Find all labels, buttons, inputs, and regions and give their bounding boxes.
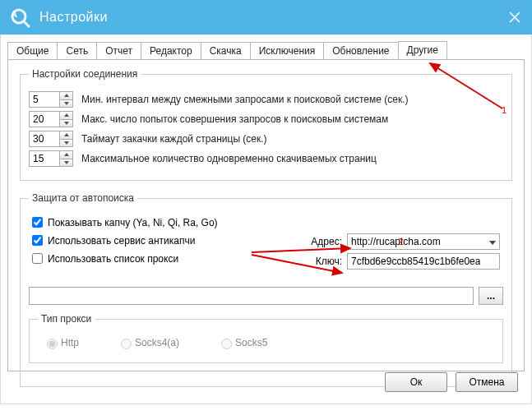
proxy-socks4-radio: [121, 339, 132, 349]
use-anticaptcha-checkbox[interactable]: [32, 235, 43, 246]
svg-marker-12: [64, 161, 69, 164]
max-attempts-input[interactable]: [30, 112, 59, 127]
autosearch-protection-group: Защита от автопоиска Показывать капчу (Y…: [20, 192, 512, 387]
timeout-label: Таймаут закачки каждой страницы (сек.): [81, 133, 267, 145]
annotation-1: 1: [502, 105, 507, 115]
proxy-http-option: Http: [43, 336, 79, 349]
svg-marker-8: [64, 122, 69, 125]
tab-update[interactable]: Обновление: [323, 42, 398, 60]
chevron-down-icon: [489, 236, 496, 247]
proxy-socks5-radio: [221, 339, 232, 349]
max-concurrent-input[interactable]: [30, 151, 59, 166]
proxy-socks4-option: Socks4(a): [117, 336, 179, 349]
max-attempts-label: Макс. число попыток совершения запросов …: [81, 113, 388, 125]
svg-marker-5: [64, 94, 69, 97]
close-button[interactable]: [497, 0, 532, 35]
show-captcha-checkbox[interactable]: [32, 217, 43, 228]
tab-strip: Общие Сеть Отчет Редактор Скачка Исключе…: [1, 35, 531, 59]
svg-text:A: A: [11, 9, 17, 19]
spinner-down-icon[interactable]: [60, 100, 72, 108]
autosearch-legend: Защита от автопоиска: [29, 192, 137, 204]
use-proxy-list-label: Использовать список прокси: [48, 253, 178, 265]
min-interval-label: Мин. интервал между смежными запросами к…: [81, 94, 409, 105]
tab-general[interactable]: Общие: [7, 42, 58, 60]
use-anticaptcha-label: Использовать сервис антикапчи: [48, 235, 195, 247]
ok-button[interactable]: Ок: [385, 372, 447, 392]
dialog-body: Общие Сеть Отчет Редактор Скачка Исключе…: [0, 35, 532, 404]
svg-marker-7: [64, 113, 69, 117]
proxy-list-path-input[interactable]: [29, 287, 474, 305]
key-label: Ключ:: [303, 256, 342, 267]
svg-marker-9: [64, 133, 69, 136]
min-interval-spinner[interactable]: [29, 91, 73, 108]
svg-marker-6: [64, 102, 69, 105]
spinner-up-icon[interactable]: [60, 131, 72, 140]
spinner-down-icon[interactable]: [60, 159, 72, 167]
use-proxy-list-checkbox[interactable]: [32, 253, 43, 264]
show-captcha-label: Показывать капчу (Ya, Ni, Qi, Ra, Go): [48, 217, 218, 228]
tab-network[interactable]: Сеть: [57, 42, 97, 60]
proxy-socks5-option: Socks5: [217, 336, 267, 349]
key-input[interactable]: 7cfbd6e9ccb85419c1b6fe0ea: [347, 253, 500, 270]
browse-button[interactable]: ...: [479, 287, 503, 305]
svg-marker-10: [64, 141, 69, 145]
min-interval-input[interactable]: [30, 92, 59, 107]
spinner-up-icon[interactable]: [60, 151, 72, 159]
svg-marker-13: [489, 241, 496, 245]
tab-editor[interactable]: Редактор: [141, 42, 201, 60]
window-title: Настройки: [39, 10, 108, 25]
connection-settings-group: Настройки соединения Мин. интервал между…: [20, 68, 512, 181]
max-concurrent-label: Максимальное количество одновременно ска…: [81, 153, 377, 164]
connection-legend: Настройки соединения: [29, 68, 141, 80]
key-value: 7cfbd6e9ccb85419c1b6fe0ea: [351, 256, 480, 267]
max-concurrent-spinner[interactable]: [29, 150, 73, 167]
svg-line-1: [24, 21, 29, 26]
max-attempts-spinner[interactable]: [29, 111, 73, 127]
tab-report[interactable]: Отчет: [96, 42, 141, 60]
close-icon: [509, 12, 520, 23]
cancel-button[interactable]: Отмена: [456, 372, 518, 392]
address-label: Адрес:: [303, 236, 342, 247]
proxy-http-radio: [47, 339, 58, 349]
tab-other[interactable]: Другие: [398, 41, 447, 59]
proxy-type-legend: Тип прокси: [38, 313, 95, 325]
spinner-down-icon[interactable]: [60, 120, 72, 127]
address-select[interactable]: http://rucaptcha.com: [347, 233, 500, 250]
tab-panel-other: Настройки соединения Мин. интервал между…: [7, 59, 525, 371]
timeout-input[interactable]: [30, 131, 59, 146]
spinner-up-icon[interactable]: [60, 92, 72, 100]
tab-exclusions[interactable]: Исключения: [250, 42, 325, 60]
svg-marker-11: [64, 153, 69, 156]
address-value: http://rucaptcha.com: [351, 236, 441, 247]
titlebar: A Настройки: [0, 0, 532, 35]
tab-download[interactable]: Скачка: [201, 42, 251, 60]
spinner-up-icon[interactable]: [60, 112, 72, 120]
annotation-2: 2: [398, 237, 403, 247]
app-icon: A: [8, 6, 31, 29]
proxy-type-group: Тип прокси Http Socks4(a) Socks5: [29, 313, 503, 363]
timeout-spinner[interactable]: [29, 131, 73, 147]
spinner-down-icon[interactable]: [60, 140, 72, 147]
